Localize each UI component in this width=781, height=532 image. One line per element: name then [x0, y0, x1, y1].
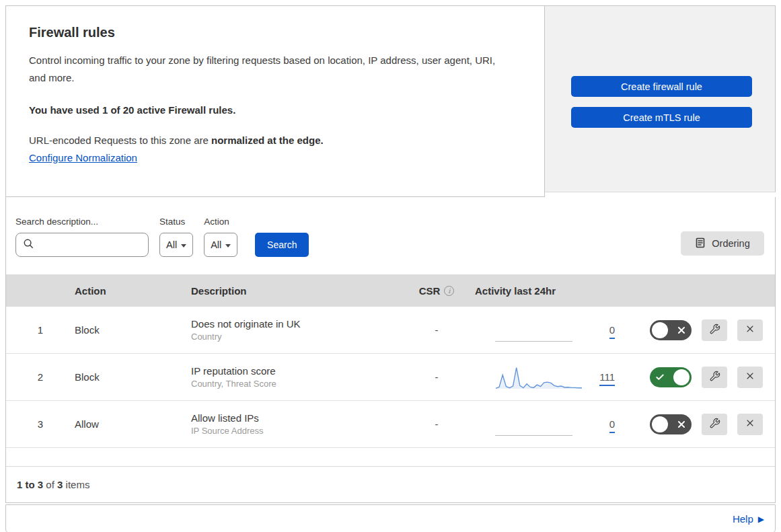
activity-sparkline-flat	[495, 412, 583, 437]
table-bottom-divider	[6, 448, 775, 467]
delete-rule-button[interactable]	[737, 367, 763, 388]
action-filter-group: Action All	[204, 217, 237, 257]
ordering-button[interactable]: Ordering	[681, 231, 764, 256]
activity-sparkline-flat	[495, 317, 583, 343]
help-link-label: Help	[733, 513, 753, 525]
configure-normalization-link[interactable]: Configure Normalization	[29, 152, 137, 163]
create-mtls-rule-button[interactable]: Create mTLS rule	[571, 107, 752, 128]
page-title: Firewall rules	[29, 25, 521, 40]
wrench-icon	[709, 371, 720, 384]
rule-description-cell: IP reputation score Country, Threat Scor…	[191, 365, 406, 389]
normalization-bold: normalized at the edge.	[211, 135, 324, 146]
close-icon	[745, 324, 755, 336]
delete-rule-button[interactable]	[737, 319, 763, 341]
activity-sparkline-chart	[495, 365, 583, 390]
action-column-header: Action	[75, 285, 191, 297]
csr-header-label: CSR	[419, 285, 441, 297]
rule-controls	[620, 367, 775, 388]
items-text: items	[63, 479, 89, 490]
usage-summary: You have used 1 of 20 active Firewall ru…	[29, 104, 521, 116]
rule-description: Does not originate in UK	[191, 318, 406, 330]
edit-rule-button[interactable]	[702, 367, 727, 388]
rule-controls	[620, 319, 775, 341]
delete-rule-button[interactable]	[737, 414, 763, 435]
filter-bar: Search description... Status All Action	[6, 197, 775, 274]
toggle-off-x-icon	[677, 420, 685, 428]
normalization-note: URL-encoded Requests to this zone are no…	[29, 135, 521, 146]
rule-enabled-toggle[interactable]	[650, 320, 692, 340]
info-icon[interactable]: i	[444, 286, 454, 296]
rules-list-card: Search description... Status All Action	[5, 197, 776, 503]
action-select-value: All	[211, 239, 221, 250]
rule-description: IP reputation score	[191, 365, 406, 377]
search-input-box[interactable]	[15, 233, 149, 257]
status-select-value: All	[166, 239, 177, 250]
search-input[interactable]	[39, 239, 143, 250]
close-icon	[745, 371, 755, 383]
ordering-list-icon	[695, 237, 706, 250]
rule-activity-cell: 0	[467, 307, 620, 353]
toggle-knob	[673, 369, 690, 385]
status-select[interactable]: All	[159, 233, 193, 257]
rule-priority: 3	[6, 418, 75, 430]
toggle-off-x-icon	[677, 326, 685, 334]
help-bar: Help ▶	[5, 504, 776, 532]
page-description: Control incoming traffic to your zone by…	[29, 52, 507, 87]
close-icon	[745, 418, 755, 430]
status-filter-group: Status All	[159, 217, 193, 257]
wrench-icon	[709, 418, 720, 431]
create-firewall-rule-button[interactable]: Create firewall rule	[571, 76, 752, 97]
rule-activity-cell: 0	[467, 401, 620, 447]
search-label: Search description...	[15, 217, 149, 227]
search-group: Search description...	[15, 217, 149, 257]
search-button[interactable]: Search	[255, 233, 309, 257]
rule-action: Block	[75, 371, 191, 383]
activity-column-header: Activity last 24hr	[467, 285, 620, 297]
activity-count-link[interactable]: 0	[609, 324, 615, 339]
rule-priority: 1	[6, 324, 75, 336]
activity-count-link[interactable]: 0	[609, 418, 615, 433]
activity-count-link[interactable]: 111	[599, 371, 615, 386]
table-row: 2 Block IP reputation score Country, Thr…	[6, 354, 775, 401]
edit-rule-button[interactable]	[702, 414, 727, 435]
description-column-header: Description	[191, 285, 406, 297]
chevron-down-icon	[225, 244, 231, 248]
rule-action: Allow	[75, 418, 191, 430]
pagination-summary: 1 to 3 of 3 items	[6, 467, 775, 502]
rule-description-cell: Allow listed IPs IP Source Address	[191, 412, 406, 436]
arrow-right-icon: ▶	[758, 515, 764, 523]
toggle-on-check-icon	[655, 373, 665, 382]
toggle-knob	[652, 416, 668, 432]
status-label: Status	[159, 217, 193, 227]
ordering-button-label: Ordering	[712, 238, 749, 249]
rule-csr-value: -	[406, 324, 467, 336]
rule-fields: Country, Threat Score	[191, 379, 406, 389]
top-section: Firewall rules Control incoming traffic …	[5, 5, 776, 197]
rule-activity-cell: 111	[467, 354, 620, 400]
csr-column-header: CSR i	[406, 285, 467, 297]
chevron-down-icon	[181, 244, 186, 248]
of-text: of	[43, 479, 57, 490]
rule-action: Block	[75, 324, 191, 336]
rule-enabled-toggle[interactable]	[650, 367, 692, 387]
wrench-icon	[709, 324, 720, 337]
search-icon	[23, 238, 34, 252]
help-link[interactable]: Help ▶	[733, 513, 764, 525]
table-row: 1 Block Does not originate in UK Country…	[6, 307, 775, 354]
cta-panel: Create firewall rule Create mTLS rule	[545, 5, 776, 192]
edit-rule-button[interactable]	[702, 319, 727, 341]
table-header: Action Description CSR i Activity last 2…	[6, 274, 775, 307]
normalization-text: URL-encoded Requests to this zone are	[29, 135, 209, 146]
firewall-rules-page: Firewall rules Control incoming traffic …	[0, 0, 781, 532]
toggle-knob	[652, 322, 668, 338]
rule-priority: 2	[6, 371, 75, 383]
rule-csr-value: -	[406, 418, 467, 430]
item-range: 1 to 3	[17, 479, 43, 490]
rule-description-cell: Does not originate in UK Country	[191, 318, 406, 342]
action-select[interactable]: All	[204, 233, 237, 257]
rule-fields: Country	[191, 332, 406, 342]
rule-csr-value: -	[406, 371, 467, 383]
rule-fields: IP Source Address	[191, 426, 406, 436]
rule-enabled-toggle[interactable]	[650, 414, 692, 434]
rule-controls	[620, 414, 775, 435]
